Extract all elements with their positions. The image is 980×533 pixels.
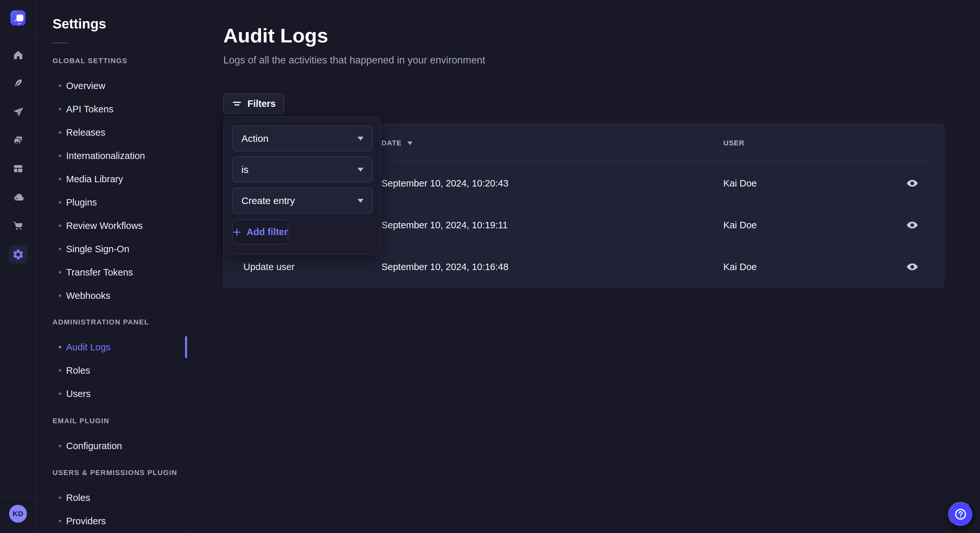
sidebar-item-label: Webhooks — [66, 290, 110, 301]
sidebar-item-media-library[interactable]: Media Library — [36, 167, 187, 191]
rail-item-deploy[interactable] — [0, 191, 36, 204]
chevron-down-icon — [358, 168, 364, 171]
cell-date: September 10, 2024, 10:16:48 — [382, 261, 509, 272]
sidebar-item-single-sign-on[interactable]: Single Sign-On — [36, 237, 187, 261]
sidebar-item-label: Transfer Tokens — [66, 267, 133, 278]
sidebar-section-global-settings: GLOBAL SETTINGS Overview API Tokens Rele… — [36, 57, 187, 307]
bullet-icon — [59, 248, 61, 250]
rail-item-media-library[interactable] — [0, 134, 36, 147]
plus-icon — [233, 228, 241, 236]
cell-user: Kai Doe — [723, 261, 757, 272]
help-button[interactable] — [948, 501, 973, 527]
rail-item-marketplace[interactable] — [0, 219, 36, 232]
settings-sidebar: Settings GLOBAL SETTINGS Overview API To… — [36, 0, 187, 533]
sidebar-section-administration-panel: ADMINISTRATION PANEL Audit Logs Roles Us… — [36, 318, 187, 405]
sidebar-item-webhooks[interactable]: Webhooks — [36, 284, 187, 307]
sort-descending-icon — [407, 141, 412, 145]
sidebar-item-label: Configuration — [66, 441, 122, 451]
feather-icon — [13, 78, 24, 89]
sidebar-item-internationalization[interactable]: Internationalization — [36, 144, 187, 167]
sidebar-section-email-plugin: EMAIL PLUGIN Configuration — [36, 417, 187, 458]
filter-field-value: Action — [242, 133, 268, 144]
add-filter-button[interactable]: Add filter — [232, 219, 288, 244]
bullet-icon — [59, 444, 61, 447]
strapi-logo-icon — [10, 10, 25, 25]
eye-icon — [906, 179, 918, 188]
gear-icon — [12, 248, 24, 261]
question-mark-icon — [953, 507, 968, 521]
column-header-user: USER — [723, 139, 745, 148]
filter-value-value: Create entry — [242, 195, 295, 206]
eye-icon — [906, 220, 918, 230]
view-log-button[interactable] — [901, 258, 924, 276]
sidebar-title: Settings — [52, 16, 106, 32]
sidebar-item-admin-users[interactable]: Users — [36, 382, 187, 405]
page-subtitle: Logs of all the activities that happened… — [223, 54, 485, 66]
cell-user: Kai Doe — [723, 178, 757, 189]
sidebar-item-label: Roles — [66, 365, 90, 376]
sidebar-item-email-configuration[interactable]: Configuration — [36, 434, 187, 458]
bullet-icon — [59, 131, 61, 134]
sidebar-item-label: Overview — [66, 81, 105, 91]
bullet-icon — [59, 497, 61, 499]
eye-icon — [906, 262, 918, 271]
filter-lines-icon — [232, 99, 242, 108]
sidebar-section-header: USERS & PERMISSIONS PLUGIN — [36, 469, 187, 477]
bullet-icon — [59, 271, 61, 274]
rail-item-content-type-builder[interactable] — [0, 162, 36, 175]
sidebar-item-label: Users — [66, 389, 91, 399]
sidebar-item-label: API Tokens — [66, 104, 113, 115]
cloud-icon — [12, 191, 24, 204]
chevron-down-icon — [358, 199, 364, 203]
page-title: Audit Logs — [223, 24, 328, 47]
bullet-icon — [59, 369, 61, 372]
bullet-icon — [59, 392, 61, 395]
sidebar-item-plugins[interactable]: Plugins — [36, 191, 187, 214]
sidebar-item-label: Roles — [66, 493, 90, 503]
sidebar-item-transfer-tokens[interactable]: Transfer Tokens — [36, 261, 187, 284]
rail-item-releases[interactable] — [0, 105, 36, 118]
cart-icon — [12, 220, 24, 232]
sidebar-title-divider — [52, 43, 68, 43]
bullet-icon — [59, 178, 61, 180]
view-log-button[interactable] — [901, 174, 924, 192]
view-log-button[interactable] — [901, 216, 924, 234]
filter-field-select[interactable]: Action — [232, 125, 373, 151]
home-icon — [13, 49, 24, 60]
rail-divider — [0, 497, 36, 497]
bullet-icon — [59, 154, 61, 157]
column-header-date-label: DATE — [382, 139, 401, 148]
sidebar-item-label: Review Workflows — [66, 220, 143, 231]
rail-item-settings[interactable] — [9, 245, 27, 264]
layout-icon — [12, 163, 24, 174]
filter-popover: Action is Create entry Add filter — [224, 116, 380, 254]
sidebar-item-overview[interactable]: Overview — [36, 74, 187, 97]
sidebar-item-admin-roles[interactable]: Roles — [36, 359, 187, 382]
media-images-icon — [12, 135, 24, 146]
workspace-logo-button[interactable] — [0, 0, 36, 36]
sidebar-section-header: GLOBAL SETTINGS — [36, 57, 187, 65]
bullet-icon — [59, 346, 61, 348]
column-header-date[interactable]: DATE — [382, 139, 412, 148]
sidebar-item-label: Plugins — [66, 197, 97, 208]
bullet-icon — [59, 201, 61, 204]
cell-date: September 10, 2024, 10:19:11 — [382, 219, 508, 230]
filter-value-select[interactable]: Create entry — [232, 188, 373, 213]
sidebar-item-audit-logs[interactable]: Audit Logs — [36, 335, 187, 359]
sidebar-item-up-providers[interactable]: Providers — [36, 509, 187, 533]
cell-date: September 10, 2024, 10:20:43 — [382, 178, 509, 189]
icon-rail: KD — [0, 0, 36, 533]
rail-item-content-manager[interactable] — [0, 77, 36, 90]
sidebar-section-users-permissions-plugin: USERS & PERMISSIONS PLUGIN Roles Provide… — [36, 469, 187, 533]
rail-item-home[interactable] — [0, 49, 36, 62]
paper-plane-icon — [13, 106, 24, 117]
sidebar-item-up-roles[interactable]: Roles — [36, 486, 187, 509]
sidebar-item-api-tokens[interactable]: API Tokens — [36, 97, 187, 121]
sidebar-section-header: EMAIL PLUGIN — [36, 417, 187, 425]
user-avatar[interactable]: KD — [9, 505, 27, 523]
sidebar-item-review-workflows[interactable]: Review Workflows — [36, 214, 187, 237]
sidebar-item-releases[interactable]: Releases — [36, 121, 187, 144]
filters-button-label: Filters — [247, 98, 275, 109]
filter-operator-select[interactable]: is — [232, 157, 373, 182]
filters-button[interactable]: Filters — [223, 94, 284, 114]
